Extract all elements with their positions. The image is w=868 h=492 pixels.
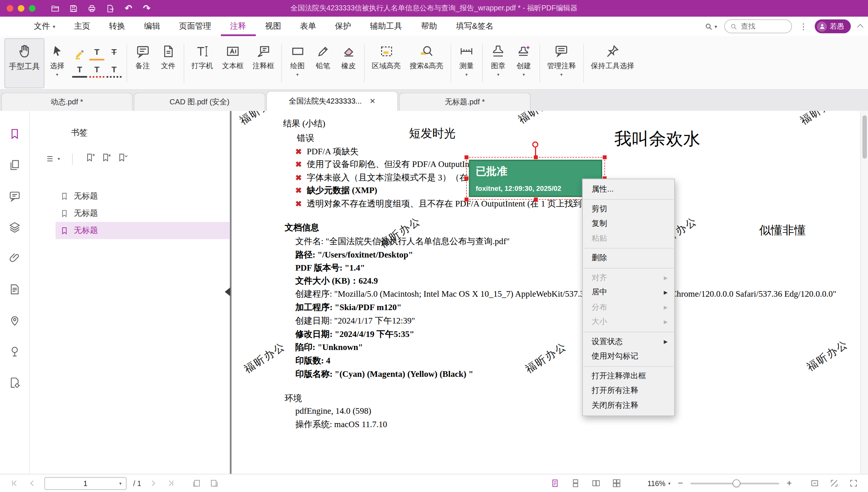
menu-page-management[interactable]: 页面管理 xyxy=(170,17,221,36)
menu-edit[interactable]: 编辑 xyxy=(135,17,170,36)
page-number-input[interactable]: 1 ▾ xyxy=(44,477,126,489)
fit-width-button[interactable] xyxy=(828,478,840,489)
attachments-panel-icon[interactable] xyxy=(8,252,21,265)
menu-fill-sign[interactable]: 填写&签名 xyxy=(447,17,503,36)
doc-tab-court-report[interactable]: 全国法院失4233333... ✕ xyxy=(266,91,398,111)
scrollbar-thumb[interactable] xyxy=(862,116,867,159)
file-properties-panel-icon[interactable] xyxy=(8,376,21,389)
zoom-slider-thumb[interactable] xyxy=(733,479,740,487)
collapse-ribbon-icon[interactable] xyxy=(857,24,864,31)
close-tab-icon[interactable]: ✕ xyxy=(369,97,375,105)
textbox-tool-button[interactable]: 文本框 xyxy=(217,38,248,88)
freetext-annotation[interactable]: 短发时光 xyxy=(409,125,456,141)
context-menu-item-set-status[interactable]: 设置状态▶ xyxy=(583,334,674,349)
previous-page-button[interactable] xyxy=(26,478,38,489)
signatures-panel-icon[interactable] xyxy=(8,345,21,358)
two-page-continuous-view-button[interactable] xyxy=(611,478,622,489)
fields-panel-icon[interactable] xyxy=(8,283,21,296)
callout-tool-button[interactable]: 注释框 xyxy=(248,38,279,88)
insert-text-tool-button[interactable]: T xyxy=(89,47,104,60)
squiggly-underline-tool-button[interactable]: T xyxy=(89,64,104,78)
highlight-tool-button[interactable] xyxy=(72,47,87,60)
context-menu-item-open-all[interactable]: 打开所有注释 xyxy=(583,384,674,398)
menu-view[interactable]: 视图 xyxy=(256,17,291,36)
single-page-view-button[interactable] xyxy=(549,478,560,489)
print-icon[interactable] xyxy=(87,3,97,13)
select-tool-button[interactable]: 选择 ▾ xyxy=(44,38,70,88)
comments-panel-icon[interactable] xyxy=(8,190,21,202)
resize-handle[interactable] xyxy=(465,155,468,159)
minimize-window-button[interactable] xyxy=(18,5,25,12)
menu-home[interactable]: 主页 xyxy=(65,17,100,36)
delete-bookmark-button[interactable] xyxy=(101,152,111,165)
pencil-tool-button[interactable]: 铅笔 xyxy=(310,38,336,88)
typewriter-tool-button[interactable]: 打字机 xyxy=(187,38,218,88)
doc-tab-untitled[interactable]: 无标题.pdf * xyxy=(399,93,531,111)
note-tool-button[interactable]: 备注 xyxy=(130,38,155,88)
bookmarks-panel-icon[interactable] xyxy=(8,127,21,140)
search-box[interactable] xyxy=(724,19,792,33)
two-page-view-button[interactable] xyxy=(590,478,601,489)
freetext-annotation[interactable]: 似懂非懂 xyxy=(759,223,806,238)
doc-tab-dynamic[interactable]: 动态.pdf * xyxy=(1,93,133,111)
eraser-tool-button[interactable]: 橡皮 xyxy=(336,38,361,88)
bookmark-item[interactable]: 无标题 xyxy=(56,205,230,222)
fit-page-button[interactable] xyxy=(809,478,820,489)
expand-bookmark-button[interactable] xyxy=(117,152,128,165)
file-attachment-tool-button[interactable]: 文件 xyxy=(155,38,181,88)
previous-view-button[interactable] xyxy=(191,478,202,489)
add-bookmark-button[interactable] xyxy=(85,152,95,165)
context-menu-item-close-all[interactable]: 关闭所有注释 xyxy=(583,398,674,413)
user-account-button[interactable]: 若愚 xyxy=(815,19,851,33)
redo-icon[interactable]: ↷ xyxy=(142,3,152,13)
freetext-annotation[interactable]: 我叫余欢水 xyxy=(614,127,701,151)
first-page-button[interactable] xyxy=(9,478,20,489)
zoom-in-button[interactable]: + xyxy=(785,478,794,488)
measure-tool-button[interactable]: 测量 ▾ xyxy=(454,38,479,88)
manage-comments-button[interactable]: 管理注释 ▾ xyxy=(542,38,580,88)
resize-handle[interactable] xyxy=(465,198,468,201)
menu-accessibility[interactable]: 辅助工具 xyxy=(361,17,412,36)
next-view-button[interactable] xyxy=(209,478,220,489)
bookmark-item-selected[interactable]: 无标题 xyxy=(56,222,230,239)
undo-icon[interactable]: ↶ xyxy=(123,3,133,13)
document-page[interactable]: 福昕办公 福昕办公 福昕办公 福昕办公 福昕办公 福昕办公 福昕办公 福昕办公 … xyxy=(230,111,868,474)
replace-text-tool-button[interactable]: T xyxy=(107,64,122,78)
vertical-scrollbar[interactable] xyxy=(860,111,868,474)
menu-form[interactable]: 表单 xyxy=(290,17,326,36)
zoom-slider[interactable] xyxy=(691,482,779,484)
menu-help[interactable]: 帮助 xyxy=(412,17,447,36)
resize-handle[interactable] xyxy=(603,155,607,159)
context-menu-item-copy[interactable]: 复制 xyxy=(583,217,674,231)
continuous-view-button[interactable] xyxy=(570,478,581,489)
context-menu-item-cut[interactable]: 剪切 xyxy=(583,202,674,216)
collapse-panel-handle[interactable] xyxy=(225,287,230,296)
zoom-level-dropdown[interactable]: 116% ▾ xyxy=(648,479,670,487)
menu-convert[interactable]: 转换 xyxy=(100,17,135,36)
menu-file[interactable]: 文件▾ xyxy=(24,17,65,36)
next-page-button[interactable] xyxy=(148,478,159,489)
maximize-window-button[interactable] xyxy=(29,5,35,12)
bookmark-options-button[interactable]: ▾ xyxy=(45,154,60,164)
drawing-tool-button[interactable]: 绘图 ▾ xyxy=(285,38,310,88)
hand-tool-button[interactable]: 手型工具 xyxy=(4,38,44,88)
doc-tab-cad[interactable]: CAD 图.pdf (安全) xyxy=(134,93,265,111)
find-dropdown-button[interactable]: ▾ xyxy=(705,22,717,31)
save-icon[interactable] xyxy=(68,3,79,13)
context-menu-item-properties[interactable]: 属性... xyxy=(583,182,674,196)
underline-tool-button[interactable]: T xyxy=(72,64,87,78)
keep-tool-selected-button[interactable]: 保持工具选择 xyxy=(586,38,639,88)
zoom-out-button[interactable]: − xyxy=(676,478,685,488)
resize-handle[interactable] xyxy=(465,176,468,180)
open-file-icon[interactable] xyxy=(50,3,60,13)
pages-panel-icon[interactable] xyxy=(8,159,21,171)
rotation-handle[interactable] xyxy=(532,142,538,148)
export-icon[interactable] xyxy=(105,3,115,13)
menu-comment[interactable]: 注释 xyxy=(221,17,256,36)
context-menu-item-checkmark[interactable]: 使用对勾标记 xyxy=(583,349,674,363)
destinations-panel-icon[interactable] xyxy=(8,314,21,327)
stamp-tool-button[interactable]: 图章 ▾ xyxy=(485,38,511,88)
fullscreen-button[interactable] xyxy=(848,478,859,489)
last-page-button[interactable] xyxy=(166,478,177,489)
context-menu-item-open-popup[interactable]: 打开注释弹出框 xyxy=(583,369,674,383)
